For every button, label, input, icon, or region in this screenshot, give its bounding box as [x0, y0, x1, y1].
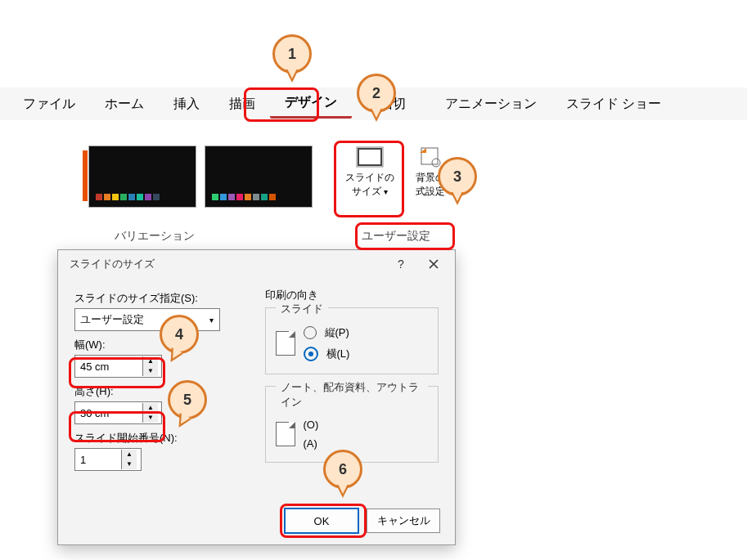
- group-notes-title: ノート、配布資料、アウトライン: [276, 380, 429, 410]
- slide-size-button[interactable]: スライドの サイズ ▾: [340, 143, 400, 212]
- tab-animations[interactable]: アニメーション: [421, 91, 551, 118]
- cancel-button[interactable]: キャンセル: [367, 508, 440, 533]
- variants-label: バリエーション: [115, 229, 195, 244]
- tab-insert[interactable]: 挿入: [159, 91, 214, 118]
- height-label: 高さ(H):: [74, 384, 249, 399]
- tab-file[interactable]: ファイル: [8, 91, 90, 118]
- start-up[interactable]: ▲: [122, 450, 137, 459]
- start-number-input[interactable]: [75, 450, 121, 469]
- height-down[interactable]: ▼: [143, 413, 158, 423]
- dialog-title: スライドのサイズ: [70, 257, 155, 271]
- group-slide-title: スライド: [276, 302, 328, 316]
- svg-rect-0: [358, 149, 381, 165]
- help-button[interactable]: ?: [385, 252, 417, 276]
- portrait-page-icon: [276, 422, 295, 446]
- size-spec-select[interactable]: ユーザー設定▾: [74, 308, 220, 331]
- tab-design[interactable]: デザイン: [270, 89, 352, 119]
- size-spec-label: スライドのサイズ指定(S):: [74, 291, 249, 306]
- group-slide-orientation: スライド 縦(P) 横(L): [265, 307, 439, 374]
- height-up[interactable]: ▲: [143, 403, 158, 413]
- callout-4: 4: [160, 315, 199, 354]
- callout-6: 6: [323, 450, 362, 489]
- notes-portrait-radio[interactable]: (O): [304, 419, 319, 431]
- slide-size-label-1: スライドの: [345, 171, 394, 185]
- tab-draw[interactable]: 描画: [214, 91, 270, 118]
- slide-landscape-radio[interactable]: 横(L): [304, 347, 350, 361]
- ok-button[interactable]: OK: [285, 508, 358, 533]
- portrait-page-icon: [276, 331, 295, 356]
- width-down[interactable]: ▼: [143, 366, 158, 376]
- background-icon: [416, 146, 444, 168]
- variant-thumb[interactable]: [205, 146, 313, 208]
- variant-thumb[interactable]: [88, 146, 196, 208]
- chevron-down-icon: ▾: [384, 187, 388, 196]
- width-input[interactable]: [75, 356, 142, 376]
- callout-5: 5: [168, 380, 207, 419]
- tab-home[interactable]: ホーム: [90, 91, 159, 118]
- size-spec-value: ユーザー設定: [80, 312, 144, 327]
- callout-1: 1: [272, 34, 312, 74]
- dialog-right-column: 印刷の向き スライド 縦(P) 横(L) ノート、配布資料、アウトライン: [265, 284, 439, 471]
- start-number-label: スライド開始番号(N):: [74, 431, 249, 446]
- tab-slideshow[interactable]: スライド ショー: [551, 91, 676, 118]
- notes-landscape-radio[interactable]: (A): [304, 437, 319, 450]
- start-down[interactable]: ▼: [122, 459, 137, 469]
- slide-size-icon: [356, 146, 384, 168]
- width-spinner[interactable]: ▲▼: [74, 355, 162, 378]
- slide-size-label-2: サイズ: [352, 186, 381, 197]
- callout-2: 2: [357, 74, 396, 113]
- callout-3: 3: [438, 157, 477, 196]
- dialog-left-column: スライドのサイズ指定(S): ユーザー設定▾ 幅(W): ▲▼ 高さ(H): ▲…: [74, 284, 249, 471]
- user-setting-label[interactable]: ユーザー設定: [362, 229, 430, 244]
- dialog-buttons: OK キャンセル: [285, 508, 440, 533]
- width-up[interactable]: ▲: [143, 356, 158, 366]
- chevron-down-icon: ▾: [203, 316, 219, 325]
- theme-variants: [88, 146, 313, 208]
- close-icon: [429, 259, 439, 269]
- close-button[interactable]: [417, 252, 450, 276]
- slide-size-dialog: スライドのサイズ ? スライドのサイズ指定(S): ユーザー設定▾ 幅(W): …: [57, 249, 456, 545]
- orientation-title: 印刷の向き: [265, 288, 439, 302]
- slide-portrait-radio[interactable]: 縦(P): [304, 325, 350, 340]
- height-spinner[interactable]: ▲▼: [74, 401, 162, 424]
- ribbon-design-body: バリエーション スライドの サイズ ▾ 背景の 式設定 ユーザー設定: [41, 139, 466, 245]
- start-number-spinner[interactable]: ▲▼: [74, 448, 142, 471]
- dialog-titlebar: スライドのサイズ ?: [58, 250, 455, 278]
- height-input[interactable]: [75, 403, 142, 423]
